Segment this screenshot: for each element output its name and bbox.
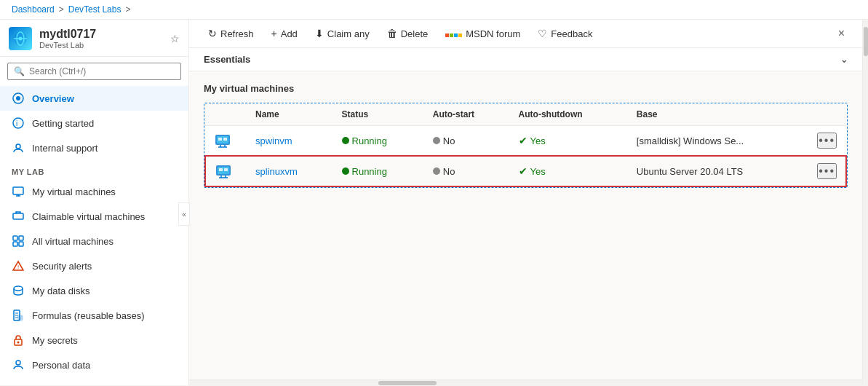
msdn-forum-label: MSDN forum [466, 28, 520, 39]
svg-rect-14 [19, 236, 23, 240]
breadcrumb-devtest[interactable]: DevTest Labs [68, 4, 122, 15]
vm-autostart-no-2: No [433, 166, 501, 177]
svg-point-27 [16, 361, 20, 365]
col-header-autoshutdown: Auto-shutdown [510, 103, 628, 126]
svg-rect-30 [218, 138, 222, 141]
vm-status-label: Running [352, 135, 387, 146]
sidebar-item-personal-data[interactable]: Personal data [0, 352, 188, 377]
svg-rect-38 [224, 168, 228, 171]
sidebar-item-my-virtual-machines[interactable]: My virtual machines [0, 179, 188, 204]
claim-any-button[interactable]: ⬇ Claim any [308, 24, 377, 43]
internal-support-icon [12, 141, 25, 154]
vm-autostart-label-2: No [443, 166, 455, 177]
sidebar-collapse-button[interactable]: « [178, 202, 190, 226]
refresh-label: Refresh [220, 28, 254, 39]
vm-status-cell: Running [333, 126, 424, 157]
sidebar-item-data-disks-label: My data disks [32, 285, 89, 296]
vm-base-cell: [smalldisk] Windows Se... [628, 126, 808, 157]
sidebar-search-box[interactable]: 🔍 [7, 63, 181, 80]
msdn-forum-button[interactable]: MSDN forum [438, 24, 527, 43]
essentials-chevron-icon[interactable]: ⌄ [840, 55, 848, 65]
vm-autoshutdown-cell-2: ✔ Yes [510, 156, 628, 186]
sidebar-item-getting-started-label: Getting started [32, 118, 94, 129]
sidebar-item-my-secrets[interactable]: My secrets [0, 328, 188, 352]
sidebar-item-claimable-vm[interactable]: Claimable virtual machines [0, 204, 188, 229]
sidebar-item-my-secrets-label: My secrets [32, 335, 78, 346]
sidebar-item-getting-started[interactable]: i Getting started [0, 111, 188, 135]
overview-icon [12, 92, 25, 105]
running-dot-icon-2 [342, 168, 349, 175]
essentials-bar: Essentials ⌄ [189, 48, 862, 71]
security-alerts-icon: ! [12, 259, 25, 272]
favorite-star-icon[interactable]: ☆ [170, 33, 180, 44]
horizontal-scrollbar[interactable] [189, 379, 862, 385]
sidebar-item-security-alerts[interactable]: ! Security alerts [0, 253, 188, 278]
sidebar-item-all-vm[interactable]: All virtual machines [0, 229, 188, 253]
sidebar-header: mydtl0717 DevTest Lab ☆ [0, 20, 188, 57]
content-area: My virtual machines Name Status Auto-sta… [189, 71, 862, 379]
svg-rect-31 [223, 138, 227, 141]
vm-status-label-2: Running [352, 166, 387, 177]
claim-icon: ⬇ [315, 28, 324, 39]
data-disks-icon [12, 284, 25, 297]
svg-text:i: i [16, 119, 17, 127]
vm-autostart-cell-2: No [424, 156, 510, 186]
all-vm-icon [12, 235, 25, 248]
svg-point-3 [19, 37, 23, 41]
sidebar-nav: Overview i Getting started Internal supp… [0, 86, 188, 385]
vm-more-options-button-2[interactable]: ••• [817, 163, 837, 179]
add-icon: + [271, 28, 277, 39]
vm-actions-cell-2: ••• [808, 156, 846, 186]
delete-button[interactable]: 🗑 Delete [380, 24, 436, 43]
sidebar-title-group: mydtl0717 DevTest Lab [39, 28, 96, 50]
sidebar-item-formulas[interactable]: Formulas (reusable bases) [0, 303, 188, 328]
essentials-label: Essentials [204, 54, 250, 65]
check-icon-2: ✔ [519, 165, 527, 177]
table-row[interactable]: splinuxvm Running [205, 156, 846, 186]
breadcrumb-dashboard[interactable]: Dashboard [12, 4, 55, 15]
vm-autostart-no: No [433, 135, 501, 146]
search-input[interactable] [29, 66, 175, 76]
vertical-scrollbar[interactable] [862, 20, 868, 385]
vm-table-header-row: Name Status Auto-start Auto-shutdown Bas… [205, 103, 846, 126]
vm-name-cell-2[interactable]: splinuxvm [247, 156, 333, 186]
svg-point-5 [16, 96, 20, 101]
svg-rect-15 [13, 242, 17, 246]
sidebar-item-all-vm-label: All virtual machines [32, 236, 114, 247]
sidebar-logo [9, 27, 32, 50]
refresh-icon: ↻ [208, 28, 217, 39]
feedback-button[interactable]: ♡ Feedback [530, 24, 600, 43]
vm-name-cell[interactable]: spwinvm [247, 126, 333, 157]
add-label: Add [281, 28, 298, 39]
add-button[interactable]: + Add [264, 24, 305, 43]
svg-rect-12 [13, 213, 23, 219]
vm-status-cell-2: Running [333, 156, 424, 186]
table-row[interactable]: spwinvm Running [205, 126, 846, 157]
claim-any-label: Claim any [327, 28, 370, 39]
sidebar-item-overview[interactable]: Overview [0, 86, 188, 111]
sidebar-item-formulas-label: Formulas (reusable bases) [32, 310, 145, 321]
breadcrumb: Dashboard > DevTest Labs > [0, 0, 868, 20]
sidebar-item-my-data-disks[interactable]: My data disks [0, 278, 188, 303]
close-button[interactable]: × [832, 24, 851, 43]
sidebar-item-internal-support[interactable]: Internal support [0, 135, 188, 160]
my-vm-icon [12, 185, 25, 198]
col-header-base: Base [628, 103, 808, 126]
vm-autostart-label: No [443, 135, 455, 146]
autostart-dot-icon [433, 137, 440, 144]
svg-text:!: ! [17, 264, 19, 270]
vm-more-options-button[interactable]: ••• [817, 133, 837, 149]
personal-data-icon [12, 358, 25, 371]
vertical-scrollbar-thumb [864, 27, 868, 56]
svg-point-8 [16, 144, 20, 149]
vm-status-running: Running [342, 135, 415, 146]
svg-point-6 [13, 118, 23, 128]
delete-icon: 🗑 [387, 28, 397, 39]
feedback-label: Feedback [551, 28, 592, 39]
sidebar-item-my-vm-label: My virtual machines [32, 186, 116, 197]
sidebar-item-overview-label: Overview [32, 93, 74, 104]
vm-autostart-cell: No [424, 126, 510, 157]
refresh-button[interactable]: ↻ Refresh [201, 24, 261, 43]
delete-label: Delete [401, 28, 429, 39]
my-lab-section-label: My Lab [0, 160, 188, 179]
